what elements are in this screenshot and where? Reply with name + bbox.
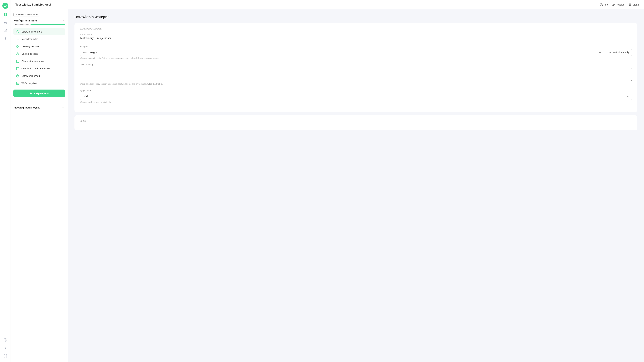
nav-icon-users[interactable] [2, 20, 9, 26]
svg-point-5 [4, 22, 6, 23]
svg-rect-1 [4, 13, 5, 14]
notes-hint: Wpisz opis testu, który posłuży Ci do je… [80, 83, 632, 85]
nav-item-ustawienia-czasu[interactable]: Ustawienia czasu [14, 72, 65, 80]
nav-item-label-dostep-do-testu: Dostęp do testu [22, 52, 38, 55]
nav-item-dostep-do-testu[interactable]: Dostęp do testu [14, 50, 65, 57]
name-field-group: Nazwa testu Test wiedzy i umiejętności [80, 33, 632, 41]
nav-item-menedzer-pytan[interactable]: Menedżer pytań [14, 36, 65, 42]
activate-btn-label: Aktywuj test [34, 92, 49, 95]
nav-icon-grid[interactable] [2, 12, 9, 18]
svg-rect-8 [6, 30, 7, 32]
svg-point-28 [17, 60, 17, 61]
nav-item-label-wzor-certyfikatu: Wzór certyfikatu [22, 82, 38, 85]
svg-point-15 [612, 4, 615, 6]
nav-icon-chart[interactable] [2, 28, 9, 34]
notes-textarea[interactable] [80, 68, 632, 81]
svg-rect-23 [18, 45, 19, 46]
notes-hint-suffix: . [162, 83, 163, 85]
preview-button[interactable]: Podgląd [612, 3, 624, 6]
svg-point-20 [17, 39, 18, 40]
print-button[interactable]: Drukuj [628, 3, 639, 6]
notes-label: Opis (notatki) [80, 64, 632, 66]
svg-rect-29 [16, 68, 19, 70]
svg-point-14 [601, 4, 602, 4]
nav-item-strona-startowa-testu[interactable]: Strona startowa testu [14, 58, 65, 65]
nav-item-ustawienia-wstepne[interactable]: Ustawienia wstępne [14, 28, 65, 35]
app-container: Test wiedzy i umiejętności Info Podgląd [11, 0, 644, 362]
progress-bar [30, 24, 65, 25]
svg-rect-4 [6, 15, 7, 16]
svg-marker-33 [30, 92, 32, 94]
info-label: Info [604, 3, 608, 6]
top-header: Test wiedzy i umiejętności Info Podgląd [11, 0, 644, 10]
category-select[interactable]: Brak kategorii [80, 49, 604, 56]
sidebar-divider [11, 103, 68, 103]
create-category-button[interactable]: + Utwórz kategorię [606, 49, 632, 56]
category-hint: Wybierz kategorię testu. Dzięki czemu za… [80, 57, 632, 59]
results-section-title: Przebieg testu i wyniki [14, 106, 40, 109]
svg-point-32 [18, 84, 18, 84]
nav-bar [0, 0, 11, 362]
name-field-label: Nazwa testu [80, 33, 632, 36]
svg-point-0 [2, 3, 8, 9]
progress-fill [30, 24, 65, 25]
time-icon [16, 74, 20, 78]
main-content: Ustawienia wstępne DANE PODSTAWOWE Nazwa… [68, 10, 644, 362]
nav-item-label-zestawy-testowe: Zestawy testowe [22, 45, 39, 48]
nav-bottom [2, 336, 9, 359]
svg-point-19 [17, 31, 18, 32]
nav-icon-back[interactable] [2, 344, 9, 351]
svg-rect-24 [16, 46, 18, 48]
svg-point-16 [613, 4, 614, 5]
svg-rect-2 [6, 13, 7, 14]
nav-icon-expand[interactable] [2, 352, 9, 359]
nav-item-label-menedzer-pytan: Menedżer pytań [22, 38, 38, 40]
settings-icon [16, 30, 20, 34]
create-category-label: + Utwórz kategorię [610, 51, 629, 54]
app-logo[interactable] [2, 3, 8, 9]
config-section-header: Konfiguracja testu [14, 19, 65, 22]
svg-rect-7 [5, 30, 6, 32]
card-logo: LOGO [74, 115, 637, 130]
results-section-header: Przebieg testu i wyniki [11, 106, 68, 111]
eye-icon [612, 3, 615, 6]
notes-hint-prefix: Wpisz opis testu, który posłuży Ci do je… [80, 83, 148, 85]
progress-text: 100% ukończono [14, 24, 29, 26]
nav-icon-help[interactable] [2, 336, 9, 343]
language-label: Język testu [80, 89, 632, 92]
chevron-down-icon [599, 51, 602, 54]
play-icon [30, 92, 32, 95]
expand-results-icon[interactable] [62, 106, 65, 109]
nav-item-wzor-certyfikatu[interactable]: Wzór certyfikatu [14, 80, 65, 87]
language-hint: Wybierz język rozwiązywania testu. [80, 101, 632, 103]
category-row: Brak kategorii + Utwórz kategorię [80, 49, 632, 56]
config-section-title: Konfiguracja testu [14, 19, 37, 22]
nav-item-zestawy-testowe[interactable]: Zestawy testowe [14, 43, 65, 50]
questions-icon [16, 37, 20, 41]
print-icon [628, 3, 632, 6]
language-field-group: Język testu polski Wybierz język rozwiąz… [80, 89, 632, 103]
nav-icon-gear[interactable] [2, 36, 9, 42]
info-button[interactable]: Info [600, 3, 608, 6]
nav-item-label-ocenianie-i-podsumowanie: Ocenianie i podsumowanie [22, 67, 50, 70]
notes-field-group: Opis (notatki) Wpisz opis testu, który p… [80, 64, 632, 85]
notes-hint-bold: tylko dla Ciebie [148, 83, 162, 85]
language-select[interactable]: polski [80, 93, 632, 100]
access-icon [16, 52, 20, 56]
main-page-title: Ustawienia wstępne [74, 15, 637, 19]
logo-section-label: LOGO [80, 120, 632, 122]
content-area: W TRAKCIE USTAWIEŃ Konfiguracja testu 10… [11, 10, 644, 362]
nav-item-label-strona-startowa-testu: Strona startowa testu [22, 60, 44, 62]
sidebar-inner: W TRAKCIE USTAWIEŃ Konfiguracja testu 10… [11, 10, 68, 100]
info-icon [600, 3, 603, 6]
collapse-config-icon[interactable] [62, 19, 65, 22]
svg-rect-25 [18, 46, 19, 48]
svg-point-9 [5, 38, 6, 40]
activate-btn[interactable]: Aktywuj test [14, 90, 65, 97]
nav-item-label-ustawienia-czasu: Ustawienia czasu [22, 74, 40, 77]
startpage-icon [16, 59, 20, 63]
page-title: Test wiedzy i umiejętności [16, 3, 51, 6]
nav-item-ocenianie-i-podsumowanie[interactable]: Ocenianie i podsumowanie [14, 65, 65, 72]
svg-rect-22 [16, 45, 18, 46]
svg-rect-18 [630, 5, 631, 6]
